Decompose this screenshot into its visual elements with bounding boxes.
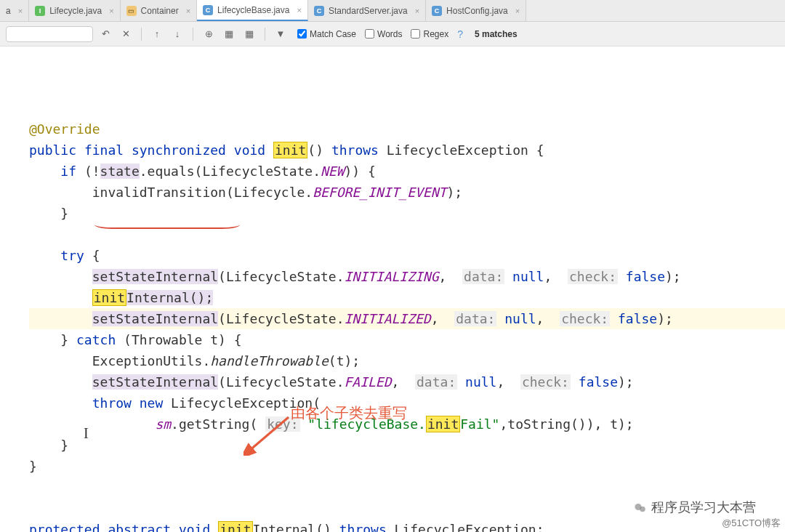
filter-icon[interactable]: ▼ [273,26,289,42]
separator [193,28,193,41]
red-underline-annotation [94,225,240,229]
text-cursor: I [84,423,89,444]
search-match: init [426,416,460,432]
tab-label: StandardServer.java [329,6,408,16]
separator [141,28,142,41]
search-match: init [92,289,126,306]
close-icon[interactable]: × [109,7,113,15]
search-match: init [273,142,307,158]
regex-checkbox[interactable]: Regex [411,29,448,39]
tab-hostconfig[interactable]: C HostConfig.java × [426,0,526,21]
up-arrow-icon[interactable]: ↑ [149,26,165,42]
help-icon[interactable]: ? [457,28,463,40]
close-icon[interactable]: × [297,6,301,15]
tabs-bar: a × I Lifecycle.java × ▭ Container × C L… [0,0,785,22]
watermark-channel: 程序员学习大本营 [632,499,756,516]
wechat-icon [632,501,648,515]
container-icon: ▭ [126,6,137,16]
select-all-icon[interactable]: ▦ [221,26,237,42]
search-input[interactable] [6,26,93,42]
search-toolbar: ↶ ✕ ↑ ↓ ⊕ ▦ ▦ ▼ Match Case Words Regex ?… [0,22,785,47]
tab-lifecyclebase[interactable]: C LifecycleBase.java × [197,0,308,21]
tab-standardserver[interactable]: C StandardServer.java × [308,0,426,21]
close-icon[interactable]: × [515,7,520,15]
tab-label: a [6,6,11,16]
tab-label: Container [141,6,179,16]
class-icon: C [314,6,324,16]
close-search-btn[interactable]: ✕ [118,26,134,42]
interface-icon: I [35,6,45,16]
annotation: @Override [29,121,100,137]
close-icon[interactable]: × [18,7,23,15]
chinese-annotation: 由各个子类去重写 [291,403,407,424]
class-icon: C [432,6,442,16]
close-icon[interactable]: × [186,7,190,15]
add-selection-icon[interactable]: ⊕ [201,26,217,42]
svg-point-2 [640,507,645,512]
tab-container[interactable]: ▭ Container × [121,0,197,21]
tab-lifecycle[interactable]: I Lifecycle.java × [29,0,120,21]
tab-label: LifecycleBase.java [217,5,289,15]
tab-label: Lifecycle.java [49,6,102,16]
code-editor[interactable]: @Override public final synchronized void… [0,47,785,532]
match-case-checkbox[interactable]: Match Case [297,29,356,39]
watermark-site: @51CTO博客 [722,517,781,530]
tab-label: HostConfig.java [446,6,508,16]
separator [265,28,265,41]
search-match: init [218,521,252,532]
tab-truncated[interactable]: a × [0,0,29,21]
class-icon: C [203,5,213,15]
words-checkbox[interactable]: Words [365,29,402,39]
prev-btn[interactable]: ↶ [97,26,113,42]
close-icon[interactable]: × [415,7,419,15]
matches-count: 5 matches [475,29,518,39]
down-arrow-icon[interactable]: ↓ [169,26,185,42]
select-all2-icon[interactable]: ▦ [241,26,257,42]
